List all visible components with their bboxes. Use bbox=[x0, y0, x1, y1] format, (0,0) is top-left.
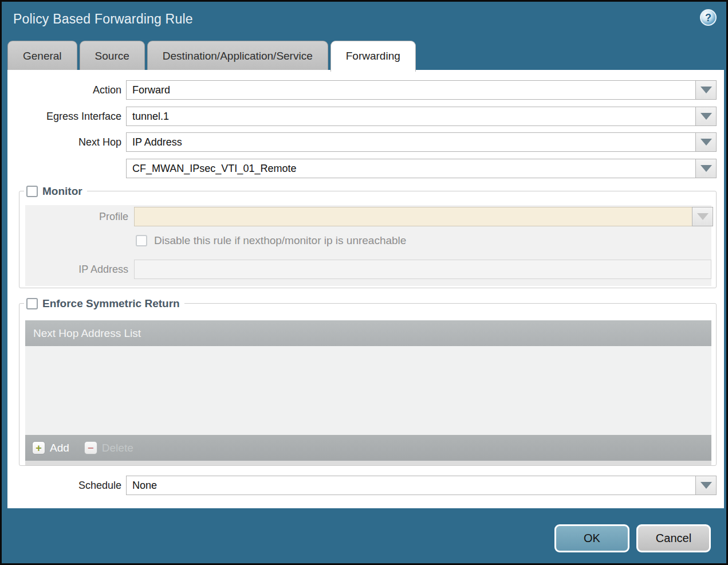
monitor-ip-address-label: IP Address bbox=[25, 260, 128, 279]
symmetric-return-legend-label: Enforce Symmetric Return bbox=[42, 297, 180, 310]
add-button[interactable]: + Add bbox=[32, 441, 69, 454]
dialog-title: Policy Based Forwarding Rule bbox=[13, 11, 193, 27]
next-hop-address-list-toolbar: + Add − Delete bbox=[25, 435, 711, 461]
forwarding-tab-panel: Action Forward Egress Interface tunnel.1… bbox=[7, 70, 724, 508]
tab-forwarding[interactable]: Forwarding bbox=[330, 41, 416, 72]
ok-button[interactable]: OK bbox=[554, 524, 629, 552]
next-hop-address-list-table: Next Hop Address List + Add − Delete bbox=[25, 320, 711, 465]
add-button-label: Add bbox=[50, 442, 69, 454]
policy-based-forwarding-dialog: Policy Based Forwarding Rule ? General S… bbox=[0, 0, 728, 565]
chevron-down-icon bbox=[701, 87, 712, 93]
next-hop-type-dropdown-button[interactable] bbox=[695, 132, 717, 152]
chevron-down-icon bbox=[701, 139, 712, 146]
delete-button[interactable]: − Delete bbox=[84, 441, 133, 454]
next-hop-type-field[interactable]: IP Address bbox=[126, 132, 696, 152]
delete-button-label: Delete bbox=[102, 442, 133, 454]
next-hop-address-list-header: Next Hop Address List bbox=[25, 320, 711, 346]
monitor-panel: Profile Disable this rule if nexthop/mon… bbox=[25, 205, 711, 286]
monitor-fieldset: Monitor Profile Disable this rule if nex… bbox=[19, 191, 717, 288]
cancel-button[interactable]: Cancel bbox=[636, 524, 711, 552]
egress-interface-field[interactable]: tunnel.1 bbox=[126, 107, 696, 126]
profile-dropdown-button[interactable] bbox=[692, 207, 713, 226]
monitor-legend: Monitor bbox=[24, 184, 87, 199]
next-hop-address-list-body[interactable] bbox=[25, 346, 711, 435]
next-hop-address-dropdown-button[interactable] bbox=[695, 159, 717, 178]
tab-destination-application-service[interactable]: Destination/Application/Service bbox=[147, 41, 328, 70]
minus-icon: − bbox=[84, 441, 97, 454]
tab-source[interactable]: Source bbox=[80, 41, 145, 70]
symmetric-return-legend: Enforce Symmetric Return bbox=[24, 296, 184, 311]
monitor-checkbox[interactable] bbox=[26, 186, 38, 197]
action-field[interactable]: Forward bbox=[126, 80, 696, 100]
monitor-legend-label: Monitor bbox=[42, 185, 82, 198]
next-hop-label: Next Hop bbox=[7, 132, 121, 152]
tab-bar: General Source Destination/Application/S… bbox=[7, 41, 416, 70]
action-label: Action bbox=[7, 80, 121, 100]
profile-label: Profile bbox=[25, 207, 128, 226]
chevron-down-icon bbox=[701, 113, 712, 120]
dialog-titlebar: Policy Based Forwarding Rule ? bbox=[2, 2, 726, 38]
action-dropdown-button[interactable] bbox=[695, 80, 717, 100]
schedule-dropdown-button[interactable] bbox=[695, 476, 717, 495]
symmetric-return-fieldset: Enforce Symmetric Return Next Hop Addres… bbox=[19, 303, 717, 466]
chevron-down-icon bbox=[697, 213, 709, 220]
plus-icon: + bbox=[32, 441, 45, 454]
schedule-label: Schedule bbox=[7, 476, 121, 495]
chevron-down-icon bbox=[701, 482, 712, 489]
chevron-down-icon bbox=[701, 165, 712, 172]
next-hop-address-field[interactable]: CF_MWAN_IPsec_VTI_01_Remote bbox=[126, 159, 696, 178]
tab-general[interactable]: General bbox=[7, 41, 77, 70]
disable-rule-row: Disable this rule if nexthop/monitor ip … bbox=[136, 234, 406, 247]
help-icon[interactable]: ? bbox=[700, 9, 717, 26]
profile-field[interactable] bbox=[134, 207, 692, 226]
disable-rule-checkbox[interactable] bbox=[136, 235, 147, 246]
table-scrollbar-strip bbox=[25, 461, 711, 465]
egress-interface-label: Egress Interface bbox=[7, 107, 121, 126]
monitor-ip-address-field[interactable] bbox=[134, 260, 711, 279]
schedule-field[interactable]: None bbox=[126, 476, 696, 495]
egress-interface-dropdown-button[interactable] bbox=[695, 107, 717, 126]
disable-rule-label: Disable this rule if nexthop/monitor ip … bbox=[154, 234, 406, 247]
enforce-symmetric-return-checkbox[interactable] bbox=[26, 298, 38, 309]
